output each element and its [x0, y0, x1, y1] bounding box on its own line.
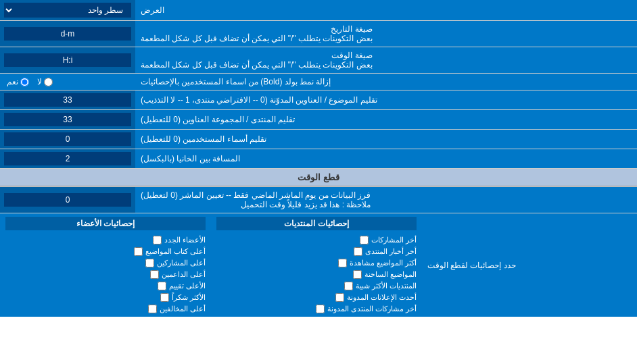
bold-radio-yes[interactable]: نعم: [7, 77, 29, 86]
forum-stats-section: إحصائيات المنتديات أخر المشاركات أخر أخب…: [211, 213, 422, 317]
cutoff-label: فرز البيانات من يوم الماشر الماضي فقط --…: [135, 187, 637, 213]
bold-label: إزالة نمط بولد (Bold) من اسماء المستخدمي…: [135, 74, 637, 90]
forum-titles-cell: [0, 110, 135, 129]
bold-radio-cell: نعم لا: [0, 74, 135, 90]
checkbox-top-topic-writers[interactable]: أعلى كتاب المواضيع: [5, 247, 206, 256]
spacing-label: المسافة بين الخانيا (بالبكسل): [135, 149, 637, 168]
forum-titles-label: تقليم المنتدى / المجموعة العناوين (0 للت…: [135, 110, 637, 129]
cutoff-input[interactable]: [4, 193, 131, 207]
checkbox-latest-announcements[interactable]: أحدث الإعلانات المدونة: [216, 293, 417, 302]
spacing-input[interactable]: [4, 152, 131, 165]
checkbox-last-posts[interactable]: أخر المشاركات: [216, 236, 417, 244]
forum-stats-title: إحصائيات المنتديات: [216, 217, 417, 230]
topic-titles-cell: [0, 90, 135, 109]
checkbox-top-participants[interactable]: أعلى المشاركين: [5, 259, 206, 267]
page-title: العرض: [135, 0, 637, 20]
time-format-cell: [0, 47, 135, 73]
checkbox-last-news[interactable]: أخر أخبار المنتدى: [216, 247, 417, 256]
date-format-cell: [0, 21, 135, 47]
member-stats-title: إحصائيات الأعضاء: [5, 217, 206, 230]
usernames-input[interactable]: [4, 132, 131, 146]
checkbox-highest-rated[interactable]: الأعلى تقييم: [5, 282, 206, 290]
time-format-input[interactable]: [4, 53, 131, 67]
date-format-label: صيغة التاريخ بعض التكوينات يتطلب "/" الت…: [135, 21, 637, 47]
cutoff-cell: [0, 187, 135, 213]
checkbox-last-forum-posts[interactable]: أخر مشاركات المنتدى المدونة: [216, 305, 417, 313]
bold-radio-no[interactable]: لا: [37, 77, 53, 86]
topic-titles-input[interactable]: [4, 93, 131, 107]
checkbox-most-thanked[interactable]: الأكثر شكراً: [5, 293, 206, 302]
usernames-label: تقليم أسماء المستخدمين (0 للتعطيل): [135, 130, 637, 149]
forum-titles-input[interactable]: [4, 113, 131, 126]
checkbox-most-viewed[interactable]: أكثر المواضيع مشاهدة: [216, 259, 417, 267]
time-format-label: صيغة الوقت بعض التكوينات يتطلب "/" التي …: [135, 47, 637, 73]
checkbox-hot-topics[interactable]: المواضيع الساخنة: [216, 270, 417, 279]
spacing-cell: [0, 149, 135, 168]
date-format-input[interactable]: [4, 27, 131, 41]
display-mode-cell[interactable]: سطر واحد سطران ثلاثة أسطر: [0, 0, 135, 20]
cutoff-section-header: قطع الوقت: [0, 169, 637, 186]
checkbox-top-supporters[interactable]: أعلى الداعمين: [5, 270, 206, 279]
usernames-cell: [0, 130, 135, 149]
checkbox-top-violators[interactable]: أعلى المخالفين: [5, 305, 206, 313]
topic-titles-label: تقليم الموضوع / العناوين المدوّنة (0 -- …: [135, 90, 637, 109]
limit-label: حدد إحصائيات لقطع الوقت: [422, 213, 637, 317]
member-stats-section: إحصائيات الأعضاء الأعضاء الجدد أعلى كتاب…: [0, 213, 211, 317]
checkbox-most-similar[interactable]: المنتديات الأكثر شبية: [216, 282, 417, 290]
display-mode-select[interactable]: سطر واحد سطران ثلاثة أسطر: [4, 3, 131, 18]
checkbox-new-members[interactable]: الأعضاء الجدد: [5, 236, 206, 244]
